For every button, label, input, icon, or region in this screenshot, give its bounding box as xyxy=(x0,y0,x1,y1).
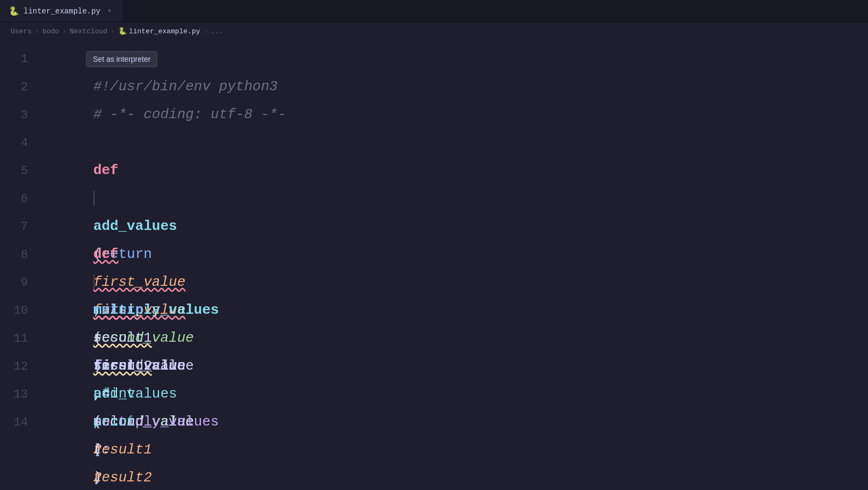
breadcrumb-sep-3: › xyxy=(111,27,115,35)
breadcrumb-nextcloud[interactable]: Nextcloud xyxy=(70,27,107,35)
breadcrumb-sep-2: › xyxy=(62,27,67,35)
python-icon: 🐍 xyxy=(9,6,19,17)
line-number-1: 1 xyxy=(0,46,43,74)
tab-close-button[interactable]: × xyxy=(105,6,114,16)
code-line-8: 8 return first_value * second_value xyxy=(0,240,868,268)
code-line-12: 12 print ( result1 ) xyxy=(0,352,868,380)
code-line-2: 2 # -*- coding: utf-8 -*- xyxy=(0,73,868,100)
line-number-12: 12 xyxy=(0,353,43,381)
breadcrumb-file[interactable]: 🐍 linter_example.py xyxy=(118,27,200,35)
breadcrumb-sep-1: › xyxy=(35,27,39,35)
paren-open-13: ( xyxy=(93,442,102,458)
line-number-7: 7 xyxy=(0,213,43,241)
line-number-13: 13 xyxy=(0,381,43,409)
breadcrumb-bodo[interactable]: bodo xyxy=(42,27,59,35)
tooltip-text: Set as interpreter xyxy=(93,55,150,63)
line-number-4: 4 xyxy=(0,129,43,157)
breadcrumb: Users › bodo › Nextcloud › 🐍 linter_exam… xyxy=(0,23,868,40)
line-content-14 xyxy=(43,408,868,436)
code-line-3: 3 xyxy=(0,100,868,128)
line-number-8: 8 xyxy=(0,241,43,269)
code-line-9: 9 xyxy=(0,268,868,296)
line-number-10: 10 xyxy=(0,297,43,325)
code-line-11: 11 result2 = multiply_values ( 2 , 2 ) xyxy=(0,324,868,352)
line-number-6: 6 xyxy=(0,185,43,213)
code-editor[interactable]: 1 #!/usr/bin/env python3 2 # -*- coding:… xyxy=(0,40,868,440)
tab-label: linter_example.py xyxy=(24,7,100,16)
line-content-9 xyxy=(43,268,868,296)
tab-linter-example[interactable]: 🐍 linter_example.py × xyxy=(0,0,124,22)
tab-bar: 🐍 linter_example.py × xyxy=(0,0,868,23)
interpreter-tooltip[interactable]: Set as interpreter xyxy=(86,51,157,67)
breadcrumb-file-name: linter_example.py xyxy=(129,27,200,35)
line-number-3: 3 xyxy=(0,102,43,129)
line-number-9: 9 xyxy=(0,269,43,297)
code-line-4: 4 def add_values ( first_value , second_… xyxy=(0,128,868,156)
line-content-6 xyxy=(43,184,868,212)
code-line-7: 7 def multiply_values ( first_value , se… xyxy=(0,212,868,240)
code-line-14: 14 xyxy=(0,408,868,436)
breadcrumb-file-icon: 🐍 xyxy=(118,27,127,35)
line-number-11: 11 xyxy=(0,325,43,353)
line-number-14: 14 xyxy=(0,409,43,437)
code-line-13: 13 print ( result2 ) xyxy=(0,380,868,408)
breadcrumb-ellipsis: ... xyxy=(211,27,223,35)
code-line-5: 5 ··· return first_value + second_value xyxy=(0,156,868,184)
line-number-5: 5 xyxy=(0,157,43,185)
var-result2-13: result2 xyxy=(93,470,152,486)
breadcrumb-sep-4: › xyxy=(204,27,208,35)
code-line-6: 6 xyxy=(0,184,868,212)
line-content-3 xyxy=(43,100,868,128)
code-line-10: 10 result1 = add_values ( 2 , 2 ) xyxy=(0,296,868,324)
breadcrumb-users[interactable]: Users xyxy=(11,27,32,35)
line-number-2: 2 xyxy=(0,74,43,102)
